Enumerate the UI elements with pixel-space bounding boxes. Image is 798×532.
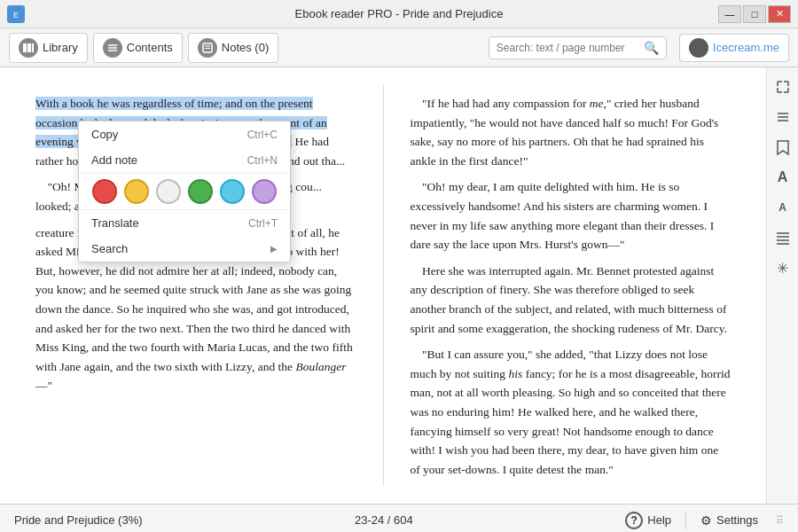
right-paragraph-1: "If he had had any compassion for me," c… bbox=[411, 94, 732, 170]
help-button[interactable]: ? Help bbox=[625, 512, 671, 529]
copy-shortcut: Ctrl+C bbox=[247, 129, 278, 141]
sidebar-icons: A A ✳ bbox=[766, 67, 798, 504]
color-blue[interactable] bbox=[220, 179, 245, 204]
bookmark-icon[interactable] bbox=[772, 137, 794, 158]
right-paragraph-2: "Oh! my dear, I am quite delighted with … bbox=[411, 177, 732, 254]
search-icon: 🔍 bbox=[644, 41, 659, 55]
color-green[interactable] bbox=[188, 179, 213, 204]
search-menu-item[interactable]: Search bbox=[79, 236, 290, 262]
add-note-shortcut: Ctrl+N bbox=[247, 154, 278, 167]
font-large-icon[interactable]: A bbox=[772, 167, 794, 188]
align-icon[interactable] bbox=[772, 227, 794, 248]
close-button[interactable]: ✕ bbox=[768, 5, 791, 23]
main-content: With a book he was regardless of time; a… bbox=[0, 67, 798, 504]
right-paragraph-4: "But I can assure you," she added, "that… bbox=[411, 345, 732, 479]
window-controls: — □ ✕ bbox=[718, 5, 791, 23]
expand-icon[interactable] bbox=[772, 76, 794, 98]
book-title: Pride and Prejudice (3%) bbox=[14, 513, 143, 527]
statusbar-right: ? Help ⚙ Settings ⠿ bbox=[625, 512, 784, 529]
list-icon[interactable] bbox=[772, 106, 794, 128]
svg-rect-4 bbox=[32, 43, 34, 52]
copy-menu-item[interactable]: Copy Ctrl+C bbox=[79, 121, 290, 147]
titlebar: E Ebook reader PRO - Pride and Prejudice… bbox=[0, 0, 798, 28]
settings-icon: ⚙ bbox=[700, 513, 712, 528]
right-paragraph-3: Here she was interrupted again. Mr. Benn… bbox=[411, 262, 732, 338]
translate-label: Translate bbox=[91, 216, 139, 230]
context-menu: Copy Ctrl+C Add note Ctrl+N Translate Ct… bbox=[78, 121, 291, 262]
pages-area: With a book he was regardless of time; a… bbox=[0, 67, 766, 504]
color-red[interactable] bbox=[92, 179, 117, 204]
page-right: "If he had had any compassion for me," c… bbox=[383, 85, 767, 486]
contents-label: Contents bbox=[127, 41, 173, 54]
svg-rect-3 bbox=[27, 43, 31, 52]
library-icon bbox=[19, 38, 38, 58]
notes-icon bbox=[198, 38, 217, 58]
library-button[interactable]: Library bbox=[9, 33, 88, 63]
notes-button[interactable]: Notes (0) bbox=[188, 33, 278, 63]
resize-handle[interactable]: ⠿ bbox=[776, 514, 784, 527]
maximize-button[interactable]: □ bbox=[743, 5, 766, 23]
color-white[interactable] bbox=[156, 179, 181, 204]
contents-button[interactable]: Contents bbox=[93, 33, 183, 63]
statusbar: Pride and Prejudice (3%) 23-24 / 604 ? H… bbox=[0, 504, 798, 532]
translate-shortcut: Ctrl+T bbox=[248, 217, 278, 230]
app-icon: E bbox=[7, 5, 25, 23]
add-note-label: Add note bbox=[91, 153, 137, 167]
color-row bbox=[79, 173, 290, 210]
help-label: Help bbox=[647, 513, 671, 527]
search-input[interactable] bbox=[497, 42, 638, 54]
user-button[interactable]: Icecream.me bbox=[679, 34, 789, 62]
asterisk-icon[interactable]: ✳ bbox=[772, 257, 794, 278]
contents-icon bbox=[103, 38, 122, 58]
settings-label: Settings bbox=[716, 513, 758, 527]
statusbar-divider bbox=[685, 512, 686, 529]
search-box[interactable]: 🔍 bbox=[489, 36, 667, 59]
minimize-button[interactable]: — bbox=[718, 5, 741, 23]
toolbar: Library Contents Notes (0) 🔍 Icecream.me bbox=[0, 28, 798, 67]
help-icon: ? bbox=[625, 512, 643, 529]
add-note-menu-item[interactable]: Add note Ctrl+N bbox=[79, 147, 290, 173]
font-small-icon[interactable]: A bbox=[772, 197, 794, 218]
user-label: Icecream.me bbox=[713, 41, 779, 54]
translate-menu-item[interactable]: Translate Ctrl+T bbox=[79, 210, 290, 236]
color-yellow[interactable] bbox=[124, 179, 149, 204]
color-purple[interactable] bbox=[252, 179, 277, 204]
copy-label: Copy bbox=[91, 128, 118, 141]
settings-button[interactable]: ⚙ Settings bbox=[700, 513, 758, 528]
svg-rect-2 bbox=[23, 43, 27, 52]
svg-text:E: E bbox=[13, 11, 19, 20]
avatar bbox=[689, 38, 708, 58]
library-label: Library bbox=[43, 41, 78, 54]
window-title: Ebook reader PRO - Pride and Prejudice bbox=[295, 7, 504, 20]
search-label: Search bbox=[91, 242, 128, 255]
page-numbers: 23-24 / 604 bbox=[143, 513, 626, 527]
notes-label: Notes (0) bbox=[222, 41, 269, 54]
